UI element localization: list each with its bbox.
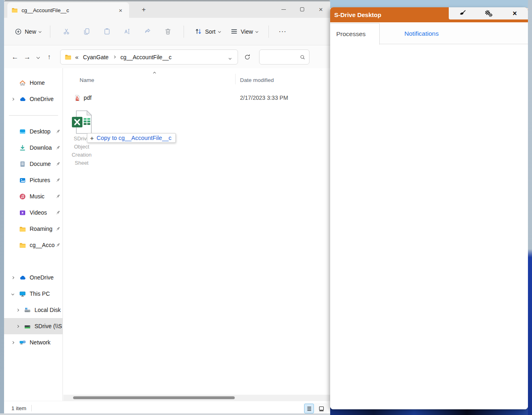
address-bar[interactable]: « CyanGate cg__AccountFile__c: [60, 49, 238, 65]
sidebar-separator: [4, 107, 63, 123]
sidebar-item-music[interactable]: Music: [4, 188, 63, 204]
trash-icon: [164, 28, 172, 35]
sdrive-desktop-window: S-Drive Desktop × Processes No: [330, 7, 528, 409]
paste-button[interactable]: [98, 24, 116, 39]
chevron-down-icon: [218, 30, 221, 33]
tab-processes[interactable]: Processes: [330, 23, 380, 45]
sidebar-item-onedrive[interactable]: OneDrive: [4, 269, 63, 286]
window-controls: ×: [274, 2, 330, 17]
sdrive-titlebar[interactable]: S-Drive Desktop ×: [330, 7, 528, 22]
chevron-right-icon[interactable]: [15, 309, 20, 311]
search-input[interactable]: [263, 54, 299, 60]
sidebar-item-pictures[interactable]: Pictures: [4, 172, 63, 188]
sidebar-item-label: SDrive (\\S: [35, 323, 63, 329]
large-icons-view-icon: [318, 406, 324, 412]
explorer-tab-strip: cg__AccountFile__c × + ×: [4, 2, 330, 18]
sort-arrows-icon: [195, 28, 202, 35]
minimize-button[interactable]: [274, 2, 293, 17]
sidebar-item-this-pc[interactable]: This PC: [4, 286, 63, 302]
desktop: cg__AccountFile__c × + × New: [0, 0, 532, 415]
pin-icon: [54, 194, 61, 200]
new-tab-button[interactable]: +: [138, 4, 149, 15]
localdisk-icon: [24, 307, 31, 314]
excel-file-icon[interactable]: [71, 110, 92, 134]
file-row-pdf[interactable]: pdf 2/17/2023 3:33 PM: [63, 92, 330, 105]
maximize-button[interactable]: [293, 2, 311, 17]
file-list-pane[interactable]: Name Date modified pdf 2/17/2023 3:33 PM…: [63, 68, 330, 401]
pin-icon: [54, 161, 61, 167]
up-button[interactable]: ↑: [43, 51, 55, 64]
new-button[interactable]: New: [11, 26, 44, 38]
tab-notifications[interactable]: Notifications: [387, 23, 456, 44]
sidebar-item-network[interactable]: Network: [4, 334, 63, 350]
column-header-name[interactable]: Name: [80, 77, 94, 83]
sdrive-titlebar-tools: ×: [449, 7, 528, 19]
sdrive-window-title: S-Drive Desktop: [334, 11, 381, 18]
chevron-right-icon[interactable]: [10, 277, 15, 279]
column-header-date-modified[interactable]: Date modified: [240, 77, 274, 83]
copy-button[interactable]: [78, 24, 95, 39]
pin-icon: [54, 129, 61, 135]
chevron-right-icon[interactable]: [10, 98, 15, 100]
scrollbar-thumb[interactable]: [73, 396, 235, 399]
close-icon: ×: [513, 10, 517, 17]
sdrive-content-area: [330, 45, 528, 409]
details-view-button[interactable]: [304, 404, 314, 413]
close-button[interactable]: ×: [311, 2, 330, 17]
settings-button[interactable]: [475, 7, 502, 19]
horizontal-scrollbar[interactable]: [63, 395, 330, 401]
view-button[interactable]: View: [227, 25, 261, 38]
large-icons-view-button[interactable]: [316, 404, 326, 413]
sidebar-item-sdrive-s[interactable]: SDrive (\\S: [4, 318, 63, 334]
sidebar-item-docume[interactable]: Docume: [4, 156, 63, 172]
plus-circle-icon: [15, 28, 22, 35]
share-icon: [144, 28, 151, 35]
file-name: pdf: [84, 95, 91, 101]
recent-locations-button[interactable]: [33, 51, 43, 64]
forward-button[interactable]: →: [21, 51, 33, 64]
explorer-tab[interactable]: cg__AccountFile__c ×: [7, 2, 129, 18]
breadcrumb-current[interactable]: cg__AccountFile__c: [119, 53, 173, 62]
sort-button[interactable]: Sort: [191, 25, 224, 38]
folder-icon: [65, 54, 71, 60]
chevron-down-icon: [229, 56, 231, 59]
desktop-wallpaper-left: [0, 0, 4, 415]
chevron-right-icon[interactable]: [15, 325, 20, 327]
chevron-right-icon[interactable]: [10, 342, 15, 344]
cut-button[interactable]: [57, 24, 75, 39]
tab-close-icon[interactable]: ×: [116, 6, 125, 15]
sidebar-item-desktop[interactable]: Desktop: [4, 123, 63, 140]
address-dropdown-button[interactable]: [227, 52, 234, 62]
sidebar-item-home[interactable]: Home: [4, 75, 63, 91]
column-divider[interactable]: [235, 74, 236, 84]
sidebar-item-roaming[interactable]: Roaming: [4, 221, 63, 237]
refresh-button[interactable]: [240, 51, 254, 64]
breadcrumb-overflow[interactable]: «: [75, 54, 78, 60]
explorer-bottom-edge: [0, 413, 330, 415]
scissors-icon: [63, 28, 70, 35]
sidebar-item-local-disk[interactable]: Local Disk: [4, 302, 63, 318]
sidebar-item-videos[interactable]: Videos: [4, 204, 63, 221]
toolbar-divider: [184, 26, 184, 38]
share-button[interactable]: [138, 24, 156, 39]
clean-button[interactable]: [449, 7, 475, 19]
sidebar-item-onedrive[interactable]: OneDrive: [4, 91, 63, 107]
explorer-status-bar: 1 item: [4, 401, 330, 415]
arrow-right-icon: →: [24, 53, 31, 61]
breadcrumb-cyangate[interactable]: CyanGate: [81, 53, 110, 62]
sidebar-item-downloa[interactable]: Downloa: [4, 140, 63, 156]
sidebar-item-cg-acco[interactable]: cg__Acco: [4, 237, 63, 253]
view-toggles: [303, 403, 327, 414]
rename-button[interactable]: [118, 24, 136, 39]
search-icon: [299, 54, 306, 60]
home-icon: [19, 80, 26, 86]
back-button[interactable]: ←: [9, 51, 21, 64]
delete-button[interactable]: [159, 24, 177, 39]
sort-ascending-caret-icon: [153, 72, 156, 75]
sidebar: HomeOneDriveDesktopDownloaDocumePictures…: [4, 68, 63, 401]
chevron-down-icon[interactable]: [10, 293, 15, 295]
sdrive-close-button[interactable]: ×: [502, 7, 528, 19]
search-box[interactable]: [259, 49, 309, 65]
documents-icon: [19, 161, 26, 168]
see-more-button[interactable]: ···: [275, 24, 291, 39]
